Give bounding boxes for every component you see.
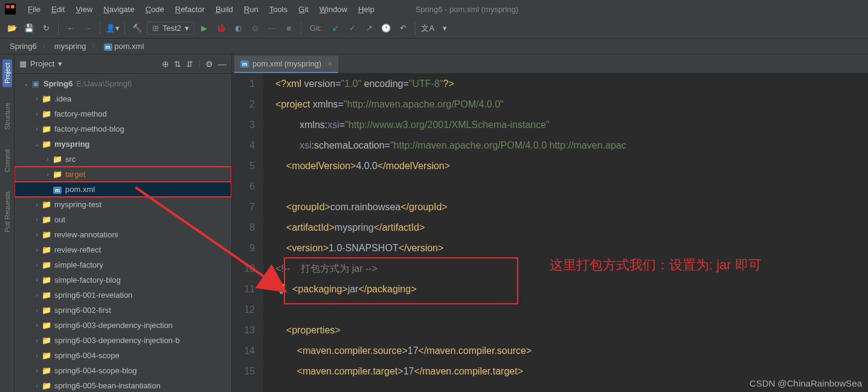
tree-item-src[interactable]: ›📁src [14, 152, 231, 167]
tree-arrow-icon[interactable]: › [33, 292, 41, 298]
select-opened-icon[interactable]: ⊕ [162, 59, 169, 69]
menu-edit[interactable]: Edit [47, 2, 69, 16]
editor-tab-pom[interactable]: m pom.xml (myspring) × [234, 56, 338, 73]
tree-arrow-icon[interactable]: › [33, 231, 41, 238]
menu-help[interactable]: Help [353, 2, 379, 16]
code-line[interactable]: xsi:schemaLocation="http://maven.apache.… [275, 135, 868, 156]
line-number[interactable]: 4 [232, 135, 255, 156]
menu-build[interactable]: Build [211, 2, 238, 16]
tree-item-spring6[interactable]: ⌄▣Spring6E:\Java\Spring6 [14, 76, 231, 91]
tree-item--idea[interactable]: ›📁.idea [14, 91, 231, 106]
tree-arrow-icon[interactable]: › [33, 367, 41, 374]
code-line[interactable]: <modelVersion>4.0.0</modelVersion> [275, 156, 868, 176]
tree-item-factory-method[interactable]: ›📁factory-method [14, 106, 231, 121]
tree-arrow-icon[interactable]: › [33, 201, 41, 208]
breadcrumb-item[interactable]: myspring [51, 40, 90, 52]
git-commit-icon[interactable]: ✓ [345, 21, 359, 36]
tool-structure[interactable]: Structure [2, 99, 12, 133]
run-config-dropdown[interactable]: ⊞ Test2 ▾ [147, 22, 194, 34]
hide-icon[interactable]: — [218, 59, 227, 69]
tree-arrow-icon[interactable]: › [33, 126, 41, 132]
debug-icon[interactable]: 🐞 [214, 21, 228, 36]
code-editor[interactable]: 123456789101112131415 <?xml version="1.0… [232, 74, 868, 392]
code-line[interactable] [275, 300, 868, 320]
tree-arrow-icon[interactable]: › [33, 337, 41, 344]
line-number[interactable]: 15 [232, 361, 255, 382]
code-line[interactable]: <?xml version="1.0" encoding="UTF-8"?> [275, 74, 868, 94]
avatar-icon[interactable]: 👤▾ [105, 21, 120, 36]
tree-item-simple-factory[interactable]: ›📁simple-factory [14, 257, 231, 272]
tree-arrow-icon[interactable]: › [33, 95, 41, 102]
line-number[interactable]: 9 [232, 238, 255, 259]
tree-arrow-icon[interactable]: › [33, 277, 41, 283]
line-number[interactable]: 12 [232, 300, 255, 320]
tree-item-pom-xml[interactable]: mpom.xml [14, 182, 231, 197]
code-line[interactable]: <artifactId>myspring</artifactId> [275, 217, 868, 238]
menu-tools[interactable]: Tools [265, 2, 292, 16]
tool-project[interactable]: Project [2, 59, 12, 87]
forward-icon[interactable]: → [80, 21, 95, 36]
code-line[interactable] [275, 176, 868, 197]
line-number[interactable]: 6 [232, 176, 255, 197]
line-number[interactable]: 10 [232, 259, 255, 279]
more-run-icon[interactable]: ⋯ [265, 21, 279, 36]
menu-refactor[interactable]: Refactor [170, 2, 210, 16]
breadcrumb-item[interactable]: m pom.xml [100, 40, 148, 52]
tree-arrow-icon[interactable]: › [33, 382, 41, 389]
tree-arrow-icon[interactable]: › [33, 262, 41, 268]
menu-run[interactable]: Run [239, 2, 263, 16]
tree-arrow-icon[interactable]: › [33, 111, 41, 117]
git-push-icon[interactable]: ↗ [362, 21, 376, 36]
line-number[interactable]: 11 [232, 279, 255, 300]
tree-arrow-icon[interactable]: ⌄ [22, 80, 30, 87]
code-line[interactable]: <maven.compiler.target>17</maven.compile… [275, 361, 868, 382]
project-view-selector[interactable]: ▦ Project ▾ [19, 59, 162, 68]
code-line[interactable]: <maven.compiler.source>17</maven.compile… [275, 341, 868, 361]
tree-arrow-icon[interactable]: › [33, 352, 41, 359]
code-line[interactable]: <groupId>com.rainbowsea</groupId> [275, 197, 868, 217]
translate-icon[interactable]: 文A [420, 21, 435, 36]
tree-arrow-icon[interactable]: › [43, 156, 52, 162]
tree-arrow-icon[interactable]: › [43, 171, 52, 178]
run-icon[interactable]: ▶ [197, 21, 211, 36]
tree-item-out[interactable]: ›📁out [14, 212, 231, 227]
line-number[interactable]: 7 [232, 197, 255, 217]
code-line[interactable]: <!-- 打包方式为 jar --> [275, 259, 868, 279]
line-number[interactable]: 14 [232, 341, 255, 361]
tree-item-spring6-002-first[interactable]: ›📁spring6-002-first [14, 303, 231, 318]
gear-icon[interactable]: ⚙ [205, 59, 213, 69]
tree-item-myspring-test[interactable]: ›📁myspring-test [14, 197, 231, 212]
tree-item-review-reflect[interactable]: ›📁review-reflect [14, 242, 231, 257]
code-line[interactable]: <version>1.0-SNAPSHOT</version> [275, 238, 868, 259]
menu-navigate[interactable]: Navigate [98, 2, 139, 16]
tree-item-spring6-004-scope-blog[interactable]: ›📁spring6-004-scope-blog [14, 363, 231, 378]
tree-item-myspring[interactable]: ⌄📁myspring [14, 137, 231, 152]
git-rollback-icon[interactable]: ↶ [396, 21, 410, 36]
tree-item-simple-factory-blog[interactable]: ›📁simple-factory-blog [14, 272, 231, 288]
coverage-icon[interactable]: ◐ [231, 21, 245, 36]
line-number[interactable]: 3 [232, 115, 255, 135]
line-number[interactable]: 5 [232, 156, 255, 176]
more-icon[interactable]: ▾ [437, 21, 452, 36]
tree-arrow-icon[interactable]: › [33, 216, 41, 223]
tool-pull-requests[interactable]: Pull Requests [2, 188, 12, 236]
tree-item-spring6-003-dependency-injection-b[interactable]: ›📁spring6-003-dependency-injection-b [14, 333, 231, 348]
git-history-icon[interactable]: 🕐 [379, 21, 393, 36]
open-icon[interactable]: 📂 [5, 21, 19, 36]
tree-arrow-icon[interactable]: › [33, 322, 41, 329]
code-line[interactable]: <properties> [275, 320, 868, 341]
line-number[interactable]: 8 [232, 217, 255, 238]
line-number[interactable]: 2 [232, 94, 255, 115]
code-line[interactable]: <project xmlns="http://maven.apache.org/… [275, 94, 868, 115]
code-content[interactable]: <?xml version="1.0" encoding="UTF-8"?><p… [263, 74, 868, 392]
tree-item-target[interactable]: ›📁target [14, 167, 231, 182]
tree-arrow-icon[interactable]: › [33, 246, 41, 253]
project-tree[interactable]: ⌄▣Spring6E:\Java\Spring6›📁.idea›📁factory… [14, 74, 231, 392]
expand-all-icon[interactable]: ⇅ [174, 59, 181, 69]
tree-item-spring6-005-bean-instantiation[interactable]: ›📁spring6-005-bean-instantiation [14, 378, 231, 392]
close-icon[interactable]: × [327, 59, 332, 68]
tree-arrow-icon[interactable]: ⌄ [33, 141, 41, 147]
tree-item-review-annotationi[interactable]: ›📁review-annotationi [14, 227, 231, 242]
tree-item-spring6-004-scope[interactable]: ›📁spring6-004-scope [14, 348, 231, 363]
tree-item-spring6-001-revelation[interactable]: ›📁spring6-001-revelation [14, 288, 231, 303]
